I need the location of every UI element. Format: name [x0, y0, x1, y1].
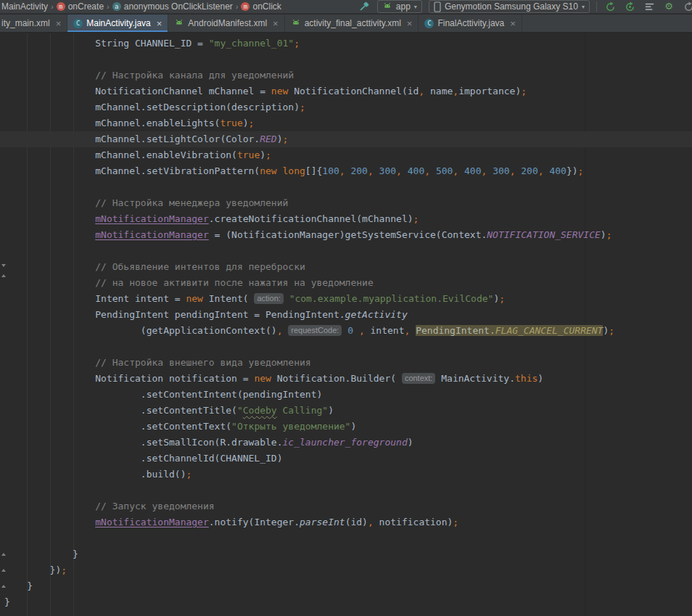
tab-label: activity_final_acttivity.xml — [305, 18, 401, 28]
breadcrumb-item-mainactivity[interactable]: MainActivity — [1, 1, 48, 12]
code-token: this — [515, 373, 537, 384]
code-token: .setContentTitle( — [4, 405, 237, 416]
code-token: " — [237, 405, 243, 416]
breadcrumb-label: onCreate — [68, 1, 104, 12]
parameter-hint: context: — [402, 373, 436, 384]
editor-tab-mainactivity-java[interactable]: CMainActivity.java× — [67, 15, 168, 32]
overflow-toolbar-button[interactable] — [682, 0, 692, 13]
gear-icon: ⚙ — [664, 0, 673, 13]
code-line — [4, 179, 692, 195]
editor-tab-activity-final-acttivity-xml[interactable]: activity_final_acttivity.xml× — [285, 15, 419, 32]
code-line: .setSmallIcon(R.drawable.ic_launcher_for… — [4, 435, 692, 451]
code-token: ; — [265, 149, 271, 160]
class-file-icon: C — [73, 19, 83, 28]
code-token: mChannel.enableVibration( — [4, 149, 237, 160]
code-token — [374, 165, 379, 176]
code-token — [4, 213, 95, 224]
tab-label: AndroidManifest.xml — [188, 18, 267, 28]
breadcrumb-separator-icon: › — [51, 2, 54, 11]
code-line: PendingIntent pendingIntent = PendingInt… — [4, 307, 692, 323]
code-token — [277, 165, 283, 176]
code-token: ; — [521, 86, 527, 96]
code-token: RED — [260, 134, 276, 144]
highlighted-token: PendingIntent. — [416, 325, 495, 336]
code-token: .setChannelId(CHANNEL_ID) — [4, 453, 283, 464]
breadcrumb-item-oncreate[interactable]: monCreate — [57, 1, 104, 12]
build-project-button[interactable] — [358, 0, 371, 13]
code-token: , — [453, 165, 458, 176]
code-token: // на новое активити после нажатия на ув… — [4, 277, 374, 288]
code-line: NotificationChannel mChannel = new Notif… — [4, 83, 692, 99]
code-line: Intent intent = new Intent( action: "com… — [4, 291, 692, 307]
parameter-hint: action: — [254, 293, 283, 304]
tab-close-icon[interactable]: × — [56, 19, 62, 28]
code-token: "Открыть уведомление" — [231, 421, 350, 432]
hammer-icon — [358, 1, 370, 12]
code-token: // Обьявление интентов для переброски — [4, 261, 305, 272]
tab-close-icon[interactable]: × — [407, 19, 413, 28]
code-token: ) — [537, 373, 543, 384]
tab-label: FinalActtivity.java — [437, 18, 504, 28]
code-token: mChannel.setDescription(description) — [4, 102, 300, 112]
code-token: (getApplicationContext() — [4, 325, 277, 336]
code-token — [4, 517, 95, 527]
code-token: ; — [499, 293, 505, 304]
code-token: getActivity — [345, 309, 408, 320]
code-token: mChannel.setVibrationPattern( — [4, 165, 260, 176]
code-token: ; — [453, 517, 458, 527]
tab-label: MainActivity.java — [86, 18, 150, 28]
code-line: .setContentText("Открыть уведомление") — [4, 419, 692, 435]
code-token: 400 — [464, 165, 481, 176]
editor-tab-finalacttivity-java[interactable]: CFinalActtivity.java× — [419, 15, 522, 32]
apply-changes-button[interactable] — [604, 0, 617, 13]
code-line: // Настройка менеджера уведомлений — [4, 195, 692, 211]
breadcrumb-label: MainActivity — [1, 1, 48, 12]
settings-gear-button[interactable]: ⚙ — [662, 0, 675, 13]
code-token: ; — [283, 134, 289, 144]
device-selector[interactable]: Genymotion Samsung Galaxy S10 ▾ — [429, 0, 590, 13]
code-token: notification) — [374, 517, 453, 527]
code-token: ; — [186, 469, 191, 480]
breadcrumb-item-onclick[interactable]: monClick — [241, 1, 281, 12]
code-token — [4, 229, 95, 240]
code-line — [4, 339, 692, 355]
code-token: }) — [567, 165, 578, 176]
code-token: .setSmallIcon(R.drawable. — [4, 437, 283, 448]
tab-close-icon[interactable]: × — [157, 19, 162, 28]
code-editor[interactable]: String CHANNEL_ID = "my_channel_01"; // … — [0, 33, 692, 616]
code-token: , — [339, 165, 345, 176]
code-token: true — [220, 118, 242, 128]
tab-close-icon[interactable]: × — [510, 19, 516, 28]
code-token: MainActivity. — [435, 373, 515, 384]
code-token: 300 — [379, 165, 396, 176]
breadcrumb-item-anonymous-onclicklistener[interactable]: aanonymous OnClickListener — [112, 1, 233, 12]
code-token — [487, 165, 493, 176]
code-token: Intent( — [203, 293, 254, 304]
tab-close-icon[interactable]: × — [273, 19, 279, 28]
code-token: ; — [609, 325, 614, 336]
code-token: ; — [300, 102, 305, 112]
code-token: 300 — [493, 165, 509, 176]
code-token — [402, 165, 408, 176]
tab-label: ity_main.xml — [1, 18, 50, 28]
code-area: String CHANNEL_ID = "my_channel_01"; // … — [0, 33, 692, 610]
code-token: } — [4, 596, 10, 607]
code-token: 500 — [436, 165, 453, 176]
run-config-selector[interactable]: app ▾ — [377, 0, 422, 13]
breadcrumb-separator-icon: › — [236, 2, 239, 11]
code-token: Notification notification = — [4, 373, 254, 384]
code-token: // Настройка канала для уведомлений — [4, 70, 294, 81]
code-line: mChannel.enableVibration(true); — [4, 147, 692, 163]
code-token: NOTIFICATION_SERVICE — [487, 229, 601, 240]
code-token: , — [538, 165, 544, 176]
code-token: Intent intent = — [4, 293, 186, 304]
code-line: mChannel.setDescription(description); — [4, 99, 692, 115]
overflow-tool-icon — [683, 1, 692, 12]
editor-tab-ity-main-xml[interactable]: ity_main.xml× — [0, 15, 67, 32]
parameter-hint: requestCode: — [288, 325, 342, 336]
profiler-button[interactable] — [643, 0, 656, 13]
code-token: }) — [4, 564, 61, 575]
editor-tab-androidmanifest-xml[interactable]: AndroidManifest.xml× — [168, 15, 284, 32]
apply-code-changes-button[interactable] — [623, 0, 636, 13]
code-token: } — [4, 580, 33, 591]
